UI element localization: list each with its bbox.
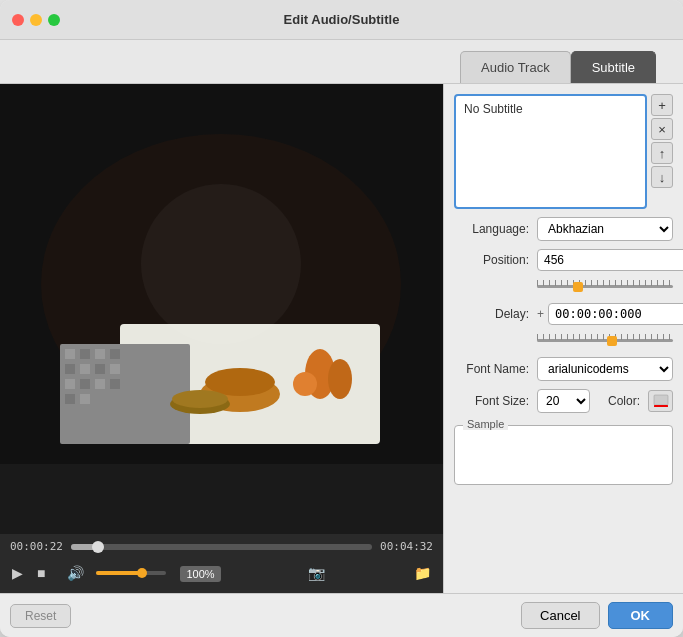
svg-rect-16 (65, 394, 75, 404)
position-slider[interactable] (537, 279, 673, 295)
delay-slider[interactable] (537, 333, 673, 349)
progress-thumb[interactable] (92, 541, 104, 553)
remove-subtitle-button[interactable]: × (651, 118, 673, 140)
volume-thumb[interactable] (137, 568, 147, 578)
color-label: Color: (608, 394, 640, 408)
video-controls: 00:00:22 00:04:32 ▶ ■ 🔊 (0, 534, 443, 593)
volume-slider[interactable] (96, 571, 166, 575)
list-buttons: + × ↑ ↓ (651, 94, 673, 209)
move-down-button[interactable]: ↓ (651, 166, 673, 188)
add-subtitle-button[interactable]: + (651, 94, 673, 116)
svg-rect-6 (95, 349, 105, 359)
language-label: Language: (454, 222, 529, 236)
svg-rect-11 (110, 364, 120, 374)
language-control: Abkhazian (537, 217, 673, 241)
sample-label: Sample (463, 418, 508, 430)
svg-point-24 (293, 372, 317, 396)
color-picker-icon (653, 394, 669, 408)
maximize-button[interactable] (48, 14, 60, 26)
svg-rect-5 (80, 349, 90, 359)
tab-audio-track[interactable]: Audio Track (460, 51, 571, 83)
delay-prefix: + (537, 307, 544, 321)
action-buttons: Cancel OK (521, 602, 673, 629)
position-slider-row (454, 279, 673, 295)
svg-rect-3 (60, 344, 190, 444)
font-name-select[interactable]: arialunicodems (537, 357, 673, 381)
svg-rect-8 (65, 364, 75, 374)
svg-rect-10 (95, 364, 105, 374)
volume-fill (96, 571, 142, 575)
svg-rect-14 (95, 379, 105, 389)
main-window: Edit Audio/Subtitle Audio Track Subtitle (0, 0, 683, 637)
bottom-bar: Reset Cancel OK (0, 593, 683, 637)
window-title: Edit Audio/Subtitle (284, 12, 400, 27)
stop-button[interactable]: ■ (35, 563, 47, 583)
current-time: 00:00:22 (10, 540, 63, 553)
cancel-button[interactable]: Cancel (521, 602, 599, 629)
font-name-control: arialunicodems (537, 357, 673, 381)
reset-button[interactable]: Reset (10, 604, 71, 628)
svg-rect-4 (65, 349, 75, 359)
delay-row: Delay: + ▲ ▼ (454, 303, 673, 325)
subtitle-list-container: No Subtitle + × ↑ ↓ (454, 94, 673, 209)
language-row: Language: Abkhazian (454, 217, 673, 241)
font-name-row: Font Name: arialunicodems (454, 357, 673, 381)
svg-rect-9 (80, 364, 90, 374)
folder-button[interactable]: 📁 (412, 563, 433, 583)
svg-rect-15 (110, 379, 120, 389)
svg-rect-27 (654, 405, 668, 407)
video-panel: 00:00:22 00:04:32 ▶ ■ 🔊 (0, 84, 443, 593)
subtitle-list[interactable]: No Subtitle (454, 94, 647, 209)
svg-point-25 (141, 184, 301, 344)
tab-subtitle[interactable]: Subtitle (571, 51, 656, 83)
svg-rect-13 (80, 379, 90, 389)
ok-button[interactable]: OK (608, 602, 674, 629)
delay-label: Delay: (454, 307, 529, 321)
position-control: ▲ ▼ (537, 249, 683, 271)
font-name-label: Font Name: (454, 362, 529, 376)
sample-box: Sample (454, 425, 673, 485)
snapshot-button[interactable]: 📷 (306, 563, 327, 583)
right-panel: No Subtitle + × ↑ ↓ Language: Abkhazian (443, 84, 683, 593)
svg-point-23 (328, 359, 352, 399)
controls-row: ▶ ■ 🔊 100% 📷 📁 (10, 559, 433, 589)
traffic-lights (12, 14, 60, 26)
progress-bar[interactable] (71, 544, 372, 550)
svg-rect-26 (654, 395, 668, 405)
svg-rect-7 (110, 349, 120, 359)
position-label: Position: (454, 253, 529, 267)
font-size-select[interactable]: 20 (537, 389, 590, 413)
close-button[interactable] (12, 14, 24, 26)
list-item[interactable]: No Subtitle (460, 100, 641, 118)
language-select[interactable]: Abkhazian (537, 217, 673, 241)
minimize-button[interactable] (30, 14, 42, 26)
font-size-label: Font Size: (454, 394, 529, 408)
delay-slider-row (454, 333, 673, 349)
tabs-row: Audio Track Subtitle (0, 40, 683, 84)
sample-container: Sample (454, 425, 673, 485)
video-thumbnail (0, 84, 443, 464)
svg-point-21 (172, 390, 228, 408)
zoom-label: 100% (180, 566, 220, 582)
position-input[interactable] (537, 249, 683, 271)
color-picker-button[interactable] (648, 390, 673, 412)
font-size-row: Font Size: 20 Color: (454, 389, 673, 413)
delay-thumb[interactable] (607, 336, 617, 346)
svg-rect-12 (65, 379, 75, 389)
mute-button[interactable]: 🔊 (65, 563, 86, 583)
video-area (0, 84, 443, 534)
delay-input[interactable] (548, 303, 683, 325)
time-row: 00:00:22 00:04:32 (10, 540, 433, 553)
position-row: Position: ▲ ▼ (454, 249, 673, 271)
titlebar: Edit Audio/Subtitle (0, 0, 683, 40)
svg-rect-17 (80, 394, 90, 404)
main-content: 00:00:22 00:04:32 ▶ ■ 🔊 (0, 84, 683, 593)
position-thumb[interactable] (573, 282, 583, 292)
delay-control: + ▲ ▼ (537, 303, 683, 325)
move-up-button[interactable]: ↑ (651, 142, 673, 164)
total-time: 00:04:32 (380, 540, 433, 553)
play-button[interactable]: ▶ (10, 563, 25, 583)
